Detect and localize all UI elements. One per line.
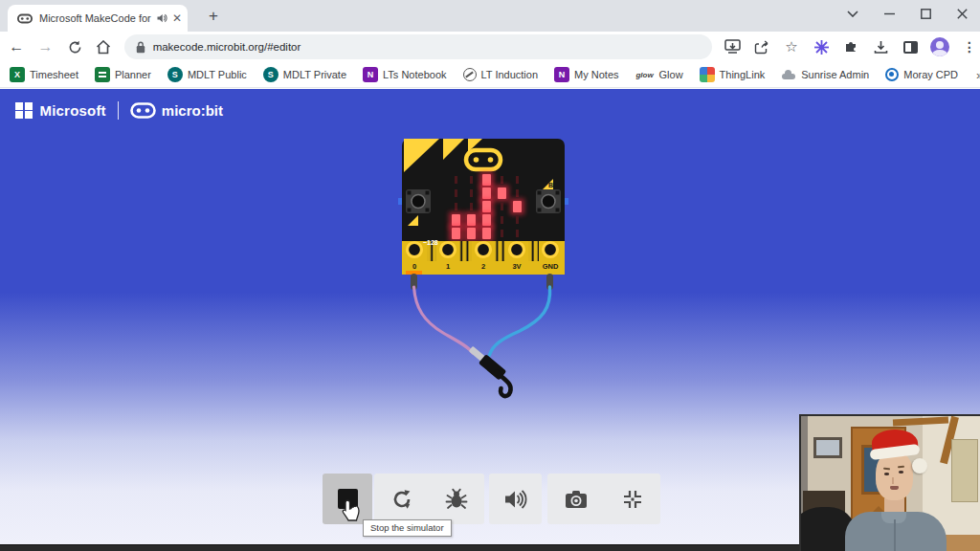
led-off — [501, 230, 503, 237]
sim-panel-screenshot-fullscreen — [547, 474, 660, 524]
browser-tab[interactable]: Microsoft MakeCode for mi ✕ — [8, 5, 188, 32]
bookmark-item[interactable]: Planner — [95, 67, 151, 82]
jack-cable — [497, 372, 511, 396]
collapse-icon — [622, 489, 643, 510]
bookmark-item[interactable]: Sunrise Admin — [781, 67, 869, 82]
downloads-icon[interactable] — [870, 36, 891, 57]
bookmark-item[interactable]: SMDLT Private — [263, 67, 346, 82]
planner-favicon-icon — [95, 67, 110, 82]
camera-icon — [565, 490, 588, 509]
home-button[interactable] — [91, 33, 116, 60]
lock-icon[interactable] — [136, 41, 145, 54]
thinglink-favicon-icon — [700, 67, 715, 82]
tab-search-chevron-icon[interactable] — [835, 0, 871, 27]
bookmark-item[interactable]: SMDLT Public — [167, 67, 247, 82]
svg-text:GND: GND — [543, 262, 559, 271]
edge-connector: 0 1 2 3V GND ~128 — [402, 239, 565, 275]
santa-hat-pompom — [912, 458, 927, 474]
bookmark-item[interactable]: LT Induction — [463, 68, 539, 81]
new-tab-button[interactable]: + — [201, 4, 226, 29]
address-bar[interactable]: makecode.microbit.org/#editor — [124, 34, 712, 59]
tab-title: Microsoft MakeCode for mi — [39, 12, 152, 24]
bookmark-item[interactable]: NLTs Notebook — [363, 67, 446, 82]
bookmark-label: MDLT Private — [283, 69, 346, 80]
mute-simulator-button[interactable] — [492, 474, 540, 524]
minimize-button[interactable] — [871, 0, 907, 27]
profile-avatar[interactable] — [929, 36, 950, 57]
microsoft-logo-icon — [15, 102, 33, 120]
bookmark-star-icon[interactable]: ☆ — [781, 36, 802, 57]
bookmarks-list: XTimesheetPlannerSMDLT PublicSMDLT Priva… — [10, 67, 974, 82]
share-icon[interactable] — [751, 36, 772, 57]
bookmark-label: ThingLink — [720, 69, 766, 80]
bookmark-item[interactable]: ThingLink — [700, 67, 766, 82]
browser-menu-icon[interactable]: ⋮ — [959, 36, 980, 57]
close-window-button[interactable] — [944, 0, 980, 27]
led-off — [501, 176, 503, 184]
bookmark-label: LT Induction — [481, 69, 539, 80]
led-on — [467, 214, 476, 226]
extensions-puzzle-icon[interactable] — [840, 36, 861, 57]
bookmark-label: Glow — [659, 69, 683, 80]
sim-panel-restart-debug — [374, 474, 484, 524]
back-button[interactable]: ← — [4, 33, 29, 60]
led-off — [516, 216, 519, 224]
screenshot-simulator-button[interactable] — [552, 474, 600, 524]
bookmark-item[interactable]: NMy Notes — [554, 67, 618, 82]
sim-panel-volume — [489, 474, 542, 524]
led-off — [455, 189, 457, 197]
left-edge-dot — [398, 198, 402, 205]
bookmark-label: MDLT Public — [188, 69, 247, 80]
led-off — [501, 203, 503, 210]
debug-bug-icon — [445, 488, 468, 511]
sharepoint-favicon-icon: S — [263, 67, 278, 82]
microbit-wordmark: micro:bit — [162, 102, 223, 119]
video-bottom-strip — [0, 544, 800, 551]
brand-divider — [118, 101, 119, 120]
extension-snowflake-icon[interactable] — [811, 36, 832, 57]
bookmarks-bar: XTimesheetPlannerSMDLT PublicSMDLT Priva… — [0, 62, 980, 88]
bookmark-item[interactable]: glowGlow — [635, 67, 683, 82]
cloud-favicon-icon — [781, 67, 796, 82]
pin0-analog-value: ~128 — [423, 239, 438, 246]
url-text: makecode.microbit.org/#editor — [153, 41, 301, 53]
tab-audio-icon[interactable] — [156, 12, 167, 24]
led-off — [516, 189, 519, 197]
led-off — [516, 230, 519, 237]
side-panel-icon[interactable] — [900, 36, 921, 57]
bookmark-item[interactable]: Moray CPD — [885, 68, 958, 81]
person-shirt — [845, 512, 947, 551]
bookmark-label: Planner — [115, 69, 151, 80]
led-on — [467, 228, 476, 239]
led-off — [455, 203, 457, 210]
restart-simulator-button[interactable] — [378, 474, 426, 524]
tab-close-icon[interactable]: ✕ — [172, 11, 182, 25]
svg-text:0: 0 — [412, 262, 416, 271]
exit-fullscreen-button[interactable] — [609, 474, 657, 524]
led-off — [516, 176, 519, 184]
microsoft-wordmark: Microsoft — [40, 102, 106, 119]
led-on — [482, 201, 491, 212]
microbit-simulator[interactable]: A B — [397, 134, 569, 416]
wiring — [411, 274, 553, 396]
navigation-bar: ← → makecode.microbit.org/#editor ☆ — [0, 32, 980, 62]
pink-wire — [414, 287, 474, 353]
debug-simulator-button[interactable] — [433, 474, 480, 524]
bookmark-label: Timesheet — [30, 69, 78, 80]
led-on — [482, 174, 491, 186]
microbit-logo-icon — [130, 102, 156, 119]
reload-button[interactable] — [62, 33, 87, 60]
install-app-icon[interactable] — [722, 36, 743, 57]
forward-button[interactable]: → — [33, 33, 57, 60]
bookmark-label: My Notes — [574, 69, 618, 80]
tooltip: Stop the simulator — [363, 519, 452, 537]
svg-text:B: B — [548, 182, 553, 188]
excel-favicon-icon: X — [10, 67, 25, 82]
sharepoint-favicon-icon: S — [167, 67, 183, 82]
bookmarks-overflow-chevron[interactable]: » — [976, 68, 980, 82]
svg-text:2: 2 — [481, 262, 485, 271]
globe-favicon-icon — [463, 68, 477, 81]
maximize-button[interactable] — [907, 0, 944, 27]
bookmark-label: Sunrise Admin — [801, 69, 869, 80]
bookmark-item[interactable]: XTimesheet — [10, 67, 78, 82]
